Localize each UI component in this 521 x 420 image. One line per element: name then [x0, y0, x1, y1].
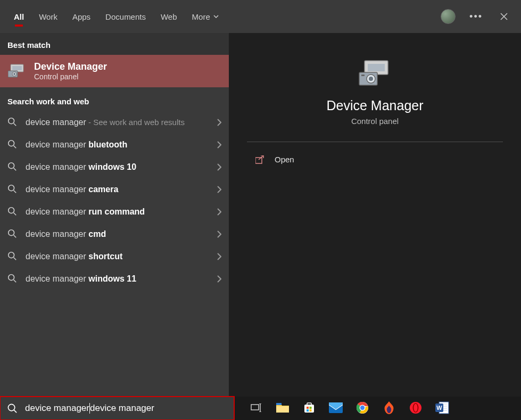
tab-label: Work [39, 12, 57, 21]
svg-rect-39 [310, 407, 312, 409]
suggestion-text: device manager - See work and web result… [26, 118, 210, 127]
svg-line-12 [14, 191, 16, 193]
svg-point-4 [13, 73, 15, 75]
tab-label: All [14, 12, 24, 21]
search-suggestion[interactable]: device manager run command [0, 201, 229, 223]
detail-title: Device Manager [239, 98, 510, 113]
tab-label: Apps [72, 12, 90, 21]
tab-all[interactable]: All [6, 0, 31, 33]
svg-rect-22 [368, 64, 385, 71]
suggestion-text: device manager windows 11 [26, 274, 210, 284]
suggestion-completion: windows 11 [88, 274, 136, 283]
svg-point-48 [414, 404, 418, 412]
chevron-right-icon [217, 119, 221, 126]
header-actions: ••• [441, 9, 515, 24]
svg-point-19 [9, 275, 14, 281]
svg-rect-36 [304, 405, 314, 413]
more-options-button[interactable]: ••• [469, 11, 483, 22]
user-avatar[interactable] [441, 9, 456, 24]
best-match-result[interactable]: Device Manager Control panel [0, 55, 229, 87]
opera-icon[interactable] [404, 398, 427, 418]
svg-point-17 [9, 252, 14, 258]
svg-rect-37 [307, 403, 311, 405]
word-icon[interactable]: W [431, 398, 453, 418]
search-icon [7, 162, 18, 172]
search-icon [7, 274, 18, 284]
svg-line-29 [14, 410, 16, 413]
svg-rect-1 [12, 66, 22, 70]
search-input[interactable] [90, 403, 227, 414]
search-suggestion[interactable]: device manager windows 11 [0, 268, 229, 290]
search-suggestion[interactable]: device manager - See work and web result… [0, 111, 229, 134]
chevron-right-icon [217, 253, 221, 260]
detail-subtitle: Control panel [239, 117, 510, 126]
file-explorer-icon[interactable] [271, 398, 294, 418]
suggestion-completion: run command [88, 207, 145, 216]
search-suggestion[interactable]: device manager bluetooth [0, 134, 229, 156]
suggestion-text: device manager camera [26, 185, 210, 194]
suggestion-prefix: device manager [26, 229, 88, 238]
search-suggestion[interactable]: device manager shortcut [0, 245, 229, 268]
detail-icon [239, 59, 510, 88]
chevron-right-icon [217, 230, 221, 238]
search-icon [7, 207, 18, 217]
tab-label: More [192, 12, 210, 21]
open-icon [255, 155, 265, 164]
suggestion-prefix: device manager [26, 185, 88, 194]
chevron-right-icon [217, 186, 221, 193]
svg-rect-30 [251, 405, 259, 410]
search-header: All Work Apps Documents Web More ••• [0, 0, 521, 33]
suggestion-prefix: device manager [26, 274, 88, 283]
task-view-button[interactable] [245, 398, 267, 418]
detail-panel: Device Manager Control panel Open [229, 33, 521, 397]
search-icon [7, 117, 18, 128]
suggestion-completion: windows 10 [88, 162, 136, 171]
svg-rect-34 [276, 406, 289, 413]
suggestion-text: device manager shortcut [26, 252, 210, 261]
suggestion-completion: camera [88, 185, 118, 194]
flame-icon[interactable] [378, 398, 400, 418]
svg-point-5 [9, 118, 14, 124]
suggestion-completion: bluetooth [88, 140, 127, 149]
tab-web[interactable]: Web [153, 0, 185, 33]
mail-icon[interactable] [325, 398, 347, 418]
suggestion-text: device manager cmd [26, 229, 210, 239]
tab-apps[interactable]: Apps [65, 0, 98, 33]
suggestion-completion: cmd [88, 229, 106, 238]
suggestion-prefix: device manager [26, 252, 88, 261]
suggestion-note: - See work and web results [86, 118, 185, 127]
taskbar: device manager W [0, 397, 521, 420]
chrome-icon[interactable] [351, 398, 374, 418]
best-match-title: Device Manager [34, 61, 107, 72]
svg-line-16 [14, 235, 16, 238]
search-scope-tabs: All Work Apps Documents Web More [6, 0, 441, 33]
close-button[interactable] [497, 9, 511, 24]
svg-point-11 [9, 185, 14, 191]
svg-line-6 [14, 123, 16, 126]
svg-line-10 [14, 168, 16, 171]
microsoft-store-icon[interactable] [298, 398, 320, 418]
chevron-right-icon [217, 208, 221, 216]
tab-documents[interactable]: Documents [98, 0, 153, 33]
best-match-text: Device Manager Control panel [34, 61, 107, 81]
svg-line-8 [14, 146, 16, 149]
tab-more[interactable]: More [185, 0, 226, 33]
suggestion-prefix: device manager [26, 140, 88, 149]
tab-work[interactable]: Work [31, 0, 65, 33]
chevron-right-icon [217, 275, 221, 283]
section-best-match-header: Best match [0, 33, 229, 55]
search-suggestion[interactable]: device manager camera [0, 178, 229, 201]
svg-rect-41 [310, 409, 312, 411]
section-work-web-header: Search work and web [0, 87, 229, 111]
open-action[interactable]: Open [239, 150, 510, 169]
search-icon [7, 229, 18, 240]
suggestion-text: device manager run command [26, 207, 210, 217]
svg-text:W: W [436, 405, 442, 411]
taskbar-search-box[interactable]: device manager [0, 397, 234, 420]
search-suggestion[interactable]: device manager windows 10 [0, 156, 229, 178]
search-suggestion[interactable]: device manager cmd [0, 223, 229, 245]
suggestion-completion: shortcut [88, 252, 122, 261]
divider [247, 142, 503, 142]
chevron-down-icon [213, 15, 219, 18]
open-label: Open [275, 155, 294, 164]
